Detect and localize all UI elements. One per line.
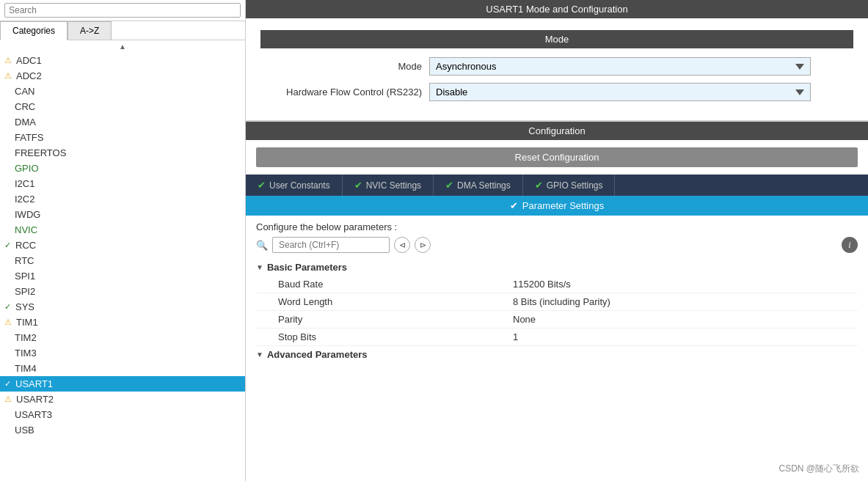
watermark: CSDN @随心飞所欲 bbox=[778, 463, 859, 475]
sidebar-scroll-up[interactable]: ▲ bbox=[0, 40, 245, 53]
sidebar-item-dma[interactable]: DMA bbox=[0, 114, 245, 130]
basic-params-chevron: ▼ bbox=[256, 263, 263, 271]
param-row-stop-bits: Stop Bits 1 bbox=[256, 328, 858, 346]
sidebar-tab-az[interactable]: A->Z bbox=[68, 21, 112, 40]
sidebar-item-crc[interactable]: CRC bbox=[0, 99, 245, 114]
sidebar-item-can[interactable]: CAN bbox=[0, 84, 245, 99]
mode-section-title: Mode bbox=[260, 30, 853, 48]
param-settings-check-icon: ✔ bbox=[510, 200, 518, 211]
param-row-parity: Parity None bbox=[256, 311, 858, 328]
sidebar-tabs: Categories A->Z bbox=[0, 21, 245, 40]
param-value-parity: None bbox=[513, 314, 536, 325]
param-value-word-length: 8 Bits (including Parity) bbox=[513, 296, 610, 307]
tab-gpio-settings-label: GPIO Settings bbox=[547, 180, 603, 191]
config-section: Configuration Reset Configuration ✔ User… bbox=[246, 122, 868, 481]
sidebar-item-sys[interactable]: SYS bbox=[0, 299, 245, 315]
mode-field-row: Mode Asynchronous Synchronous Disable bbox=[260, 57, 853, 76]
sidebar-item-usart3[interactable]: USART3 bbox=[0, 407, 245, 422]
sidebar-item-freertos[interactable]: FREERTOS bbox=[0, 145, 245, 161]
nav-prev-button[interactable]: ⊲ bbox=[394, 237, 410, 253]
advanced-params-chevron: ▼ bbox=[256, 350, 263, 359]
advanced-params-group-header[interactable]: ▼ Advanced Parameters bbox=[256, 346, 858, 363]
tab-nvic-settings[interactable]: ✔ NVIC Settings bbox=[343, 175, 434, 196]
basic-params-label: Basic Parameters bbox=[267, 262, 347, 273]
search-icon: 🔍 bbox=[256, 240, 268, 251]
configure-text: Configure the below parameters : bbox=[256, 216, 858, 237]
sidebar-tab-categories[interactable]: Categories bbox=[0, 21, 68, 40]
sidebar: Categories A->Z ▲ ADC1ADC2CANCRCDMAFATFS… bbox=[0, 0, 246, 481]
param-row-word-length: Word Length 8 Bits (including Parity) bbox=[256, 293, 858, 311]
advanced-params-label: Advanced Parameters bbox=[267, 349, 368, 360]
param-value-stop-bits: 1 bbox=[513, 331, 518, 342]
gpio-settings-check-icon: ✔ bbox=[535, 180, 543, 191]
param-value-baud-rate: 115200 Bits/s bbox=[513, 279, 571, 290]
sidebar-item-nvic[interactable]: NVIC bbox=[0, 222, 245, 238]
mode-label: Mode bbox=[260, 61, 422, 72]
tab-user-constants[interactable]: ✔ User Constants bbox=[246, 175, 343, 196]
hw-flow-select[interactable]: Disable Enable bbox=[429, 83, 811, 101]
sidebar-item-spi1[interactable]: SPI1 bbox=[0, 268, 245, 284]
tab-user-constants-label: User Constants bbox=[269, 180, 330, 191]
mode-section: Mode Mode Asynchronous Synchronous Disab… bbox=[246, 18, 868, 122]
basic-params-group-header[interactable]: ▼ Basic Parameters bbox=[256, 259, 858, 276]
sidebar-item-gpio[interactable]: GPIO bbox=[0, 161, 245, 176]
tab-dma-settings-label: DMA Settings bbox=[457, 180, 511, 191]
nav-next-button[interactable]: ⊳ bbox=[415, 237, 431, 253]
sidebar-item-usart2[interactable]: USART2 bbox=[0, 392, 245, 407]
sidebar-search-input[interactable] bbox=[4, 3, 241, 18]
sidebar-item-usb[interactable]: USB bbox=[0, 422, 245, 438]
sidebar-item-spi2[interactable]: SPI2 bbox=[0, 284, 245, 299]
sidebar-item-iwdg[interactable]: IWDG bbox=[0, 207, 245, 222]
main-title: USART1 Mode and Configuration bbox=[246, 0, 868, 18]
sidebar-item-tim4[interactable]: TIM4 bbox=[0, 361, 245, 376]
sidebar-item-tim1[interactable]: TIM1 bbox=[0, 315, 245, 330]
param-name-baud-rate: Baud Rate bbox=[278, 279, 513, 290]
param-container: Configure the below parameters : 🔍 ⊲ ⊳ i… bbox=[246, 216, 868, 363]
tab-parameter-settings-active[interactable]: ✔ Parameter Settings bbox=[246, 196, 868, 216]
nvic-settings-check-icon: ✔ bbox=[354, 180, 362, 191]
sidebar-item-fatfs[interactable]: FATFS bbox=[0, 130, 245, 145]
main-panel: USART1 Mode and Configuration Mode Mode … bbox=[246, 0, 868, 481]
sidebar-item-i2c1[interactable]: I2C1 bbox=[0, 176, 245, 191]
tab-nvic-settings-label: NVIC Settings bbox=[366, 180, 421, 191]
sidebar-item-list: ADC1ADC2CANCRCDMAFATFSFREERTOSGPIOI2C1I2… bbox=[0, 53, 245, 481]
info-icon: i bbox=[842, 237, 858, 253]
sidebar-item-tim2[interactable]: TIM2 bbox=[0, 330, 245, 345]
sidebar-item-rtc[interactable]: RTC bbox=[0, 253, 245, 268]
mode-select[interactable]: Asynchronous Synchronous Disable bbox=[429, 57, 811, 76]
sidebar-item-adc1[interactable]: ADC1 bbox=[0, 53, 245, 68]
sidebar-item-usart1[interactable]: USART1 bbox=[0, 376, 245, 392]
param-name-word-length: Word Length bbox=[278, 296, 513, 307]
hw-flow-field-row: Hardware Flow Control (RS232) Disable En… bbox=[260, 83, 853, 101]
sidebar-item-rcc[interactable]: RCC bbox=[0, 238, 245, 253]
dma-settings-check-icon: ✔ bbox=[445, 180, 453, 191]
tab-parameter-settings-label: Parameter Settings bbox=[522, 200, 604, 211]
param-row-baud-rate: Baud Rate 115200 Bits/s bbox=[256, 276, 858, 293]
sidebar-item-tim3[interactable]: TIM3 bbox=[0, 345, 245, 361]
param-name-stop-bits: Stop Bits bbox=[278, 331, 513, 342]
param-search-row: 🔍 ⊲ ⊳ i bbox=[256, 237, 858, 253]
config-tabs-row: ✔ User Constants ✔ NVIC Settings ✔ DMA S… bbox=[246, 175, 868, 196]
sidebar-item-adc2[interactable]: ADC2 bbox=[0, 68, 245, 84]
basic-params-rows: Baud Rate 115200 Bits/s Word Length 8 Bi… bbox=[256, 276, 858, 346]
config-section-title: Configuration bbox=[246, 122, 868, 140]
user-constants-check-icon: ✔ bbox=[258, 180, 266, 191]
sidebar-item-i2c2[interactable]: I2C2 bbox=[0, 191, 245, 207]
param-name-parity: Parity bbox=[278, 314, 513, 325]
tab-dma-settings[interactable]: ✔ DMA Settings bbox=[434, 175, 523, 196]
reset-config-button[interactable]: Reset Configuration bbox=[256, 147, 858, 167]
tab-gpio-settings[interactable]: ✔ GPIO Settings bbox=[523, 175, 616, 196]
param-search-input[interactable] bbox=[272, 237, 390, 253]
sidebar-search-bar bbox=[0, 0, 245, 21]
hw-flow-label: Hardware Flow Control (RS232) bbox=[260, 87, 422, 98]
